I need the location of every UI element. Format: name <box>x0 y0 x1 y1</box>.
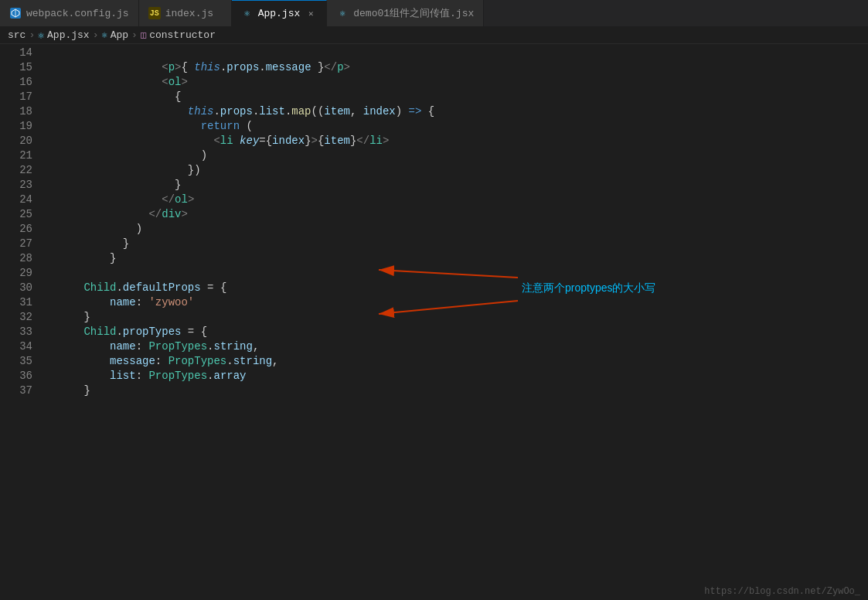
ln-20: 20 <box>6 134 32 148</box>
ln-19: 19 <box>6 119 32 134</box>
breadcrumb-constructor: constructor <box>149 29 216 41</box>
breadcrumb-react-icon2: ⚛ <box>101 29 107 41</box>
code-line-26: } <box>45 222 868 237</box>
ln-37: 37 <box>6 384 32 398</box>
breadcrumb-react-icon1: ⚛ <box>38 29 44 42</box>
ln-36: 36 <box>6 369 32 384</box>
tab-demo01-label: demo01组件之间传值.jsx <box>353 6 474 20</box>
tab-index[interactable]: JS index.js <box>139 0 232 26</box>
code-line-29: Child.defaultProps = { <box>45 266 868 281</box>
ln-24: 24 <box>6 193 32 207</box>
breadcrumb-sep3: › <box>131 29 138 41</box>
breadcrumb: src › ⚛ App.jsx › ⚛ App › ◫ constructor <box>0 27 868 44</box>
tab-webpack[interactable]: webpack.config.js <box>0 0 139 26</box>
code-line-27: } <box>45 237 868 251</box>
breadcrumb-sep1: › <box>29 29 35 41</box>
code-area: 14 15 16 17 18 19 20 21 22 23 24 25 26 2… <box>0 44 868 600</box>
code-line-14: <p>{ this.props.message }</p> <box>45 46 868 60</box>
ln-16: 16 <box>6 75 32 90</box>
breadcrumb-sep2: › <box>93 29 99 41</box>
ln-32: 32 <box>6 310 32 325</box>
ln-31: 31 <box>6 295 32 310</box>
code-line-28 <box>45 251 868 266</box>
ln-29: 29 <box>6 266 32 281</box>
react-icon-demo: ⚛ <box>336 7 349 19</box>
code-line-32: Child.propTypes = { <box>45 310 868 325</box>
ln-25: 25 <box>6 207 32 222</box>
breadcrumb-block-icon: ◫ <box>141 29 146 41</box>
ln-17: 17 <box>6 90 32 104</box>
tab-webpack-label: webpack.config.js <box>26 8 129 19</box>
ln-18: 18 <box>6 104 32 119</box>
tab-index-label: index.js <box>165 8 213 19</box>
code-line-37 <box>45 384 868 398</box>
tab-bar: webpack.config.js JS index.js ⚛ App.jsx … <box>0 0 868 27</box>
ln-21: 21 <box>6 148 32 163</box>
ln-27: 27 <box>6 237 32 251</box>
code-content[interactable]: <p>{ this.props.message }</p> <ol> { thi… <box>39 44 868 600</box>
line-numbers: 14 15 16 17 18 19 20 21 22 23 24 25 26 2… <box>0 44 39 600</box>
ln-28: 28 <box>6 251 32 266</box>
close-app-tab-button[interactable]: ✕ <box>305 8 317 20</box>
ln-33: 33 <box>6 325 32 339</box>
ln-22: 22 <box>6 163 32 178</box>
tab-app-label: App.jsx <box>258 8 301 19</box>
tab-demo01[interactable]: ⚛ demo01组件之间传值.jsx <box>327 0 484 26</box>
ln-30: 30 <box>6 281 32 295</box>
js-icon: JS <box>148 7 161 19</box>
ln-26: 26 <box>6 222 32 237</box>
react-icon-app: ⚛ <box>241 8 254 20</box>
ln-34: 34 <box>6 339 32 354</box>
ln-35: 35 <box>6 354 32 369</box>
breadcrumb-src: src <box>8 29 26 41</box>
webpack-icon <box>9 7 22 19</box>
watermark: https://blog.csdn.net/ZywOo_ <box>704 586 860 597</box>
ln-23: 23 <box>6 178 32 193</box>
ln-14: 14 <box>6 46 32 60</box>
breadcrumb-appjsx: App.jsx <box>47 29 90 41</box>
tab-app[interactable]: ⚛ App.jsx ✕ <box>232 0 328 26</box>
ln-15: 15 <box>6 60 32 75</box>
breadcrumb-app: App <box>111 29 128 41</box>
